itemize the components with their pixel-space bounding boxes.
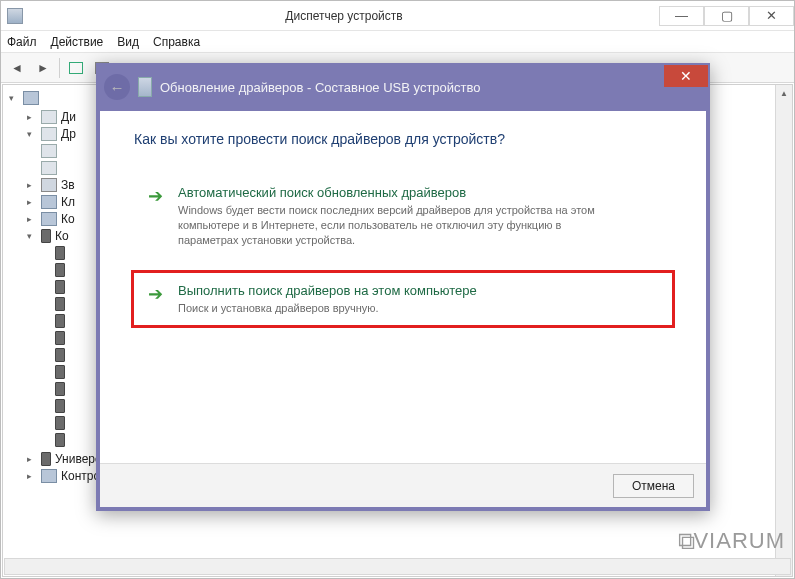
expander-icon[interactable]: ▾ <box>9 93 19 103</box>
usb-icon <box>55 382 65 396</box>
device-icon <box>41 195 57 209</box>
option-title: Выполнить поиск драйверов на этом компью… <box>178 283 477 298</box>
menu-help[interactable]: Справка <box>153 35 200 49</box>
arrow-right-icon: ➔ <box>146 285 164 303</box>
usb-icon <box>55 314 65 328</box>
device-icon <box>41 110 57 124</box>
usb-icon <box>55 399 65 413</box>
expander-icon[interactable]: ▾ <box>27 129 37 139</box>
usb-icon <box>55 246 65 260</box>
expander-icon[interactable]: ▾ <box>27 231 37 241</box>
minimize-button[interactable]: — <box>659 6 704 26</box>
tree-label: Кл <box>61 195 75 209</box>
toolbar-separator <box>59 58 60 78</box>
watermark: ⧉ VIARUM <box>678 527 785 555</box>
wizard-titlebar: ← Обновление драйверов - Составное USB у… <box>96 63 710 111</box>
device-icon <box>41 469 57 483</box>
toolbar-btn-1[interactable] <box>64 56 88 80</box>
menu-bar: Файл Действие Вид Справка <box>1 31 794 53</box>
usb-icon <box>55 416 65 430</box>
tree-label: Ди <box>61 110 76 124</box>
tree-label: Зв <box>61 178 75 192</box>
expander-icon[interactable]: ▸ <box>27 471 37 481</box>
window-title: Диспетчер устройств <box>29 9 659 23</box>
wizard-heading: Как вы хотите провести поиск драйверов д… <box>134 131 672 147</box>
back-icon[interactable]: ◄ <box>5 56 29 80</box>
cancel-button[interactable]: Отмена <box>613 474 694 498</box>
option-title: Автоматический поиск обновленных драйвер… <box>178 185 618 200</box>
usb-icon <box>55 280 65 294</box>
vertical-scrollbar[interactable]: ▲ <box>775 85 792 576</box>
device-icon <box>41 161 57 175</box>
forward-icon[interactable]: ► <box>31 56 55 80</box>
usb-icon <box>55 348 65 362</box>
option-description: Поиск и установка драйверов вручную. <box>178 301 477 316</box>
wizard-back-button[interactable]: ← <box>104 74 130 100</box>
app-icon <box>7 8 23 24</box>
wizard-title: Обновление драйверов - Составное USB уст… <box>160 80 664 95</box>
option-description: Windows будет вести поиск последних верс… <box>178 203 618 248</box>
update-driver-wizard: ← Обновление драйверов - Составное USB у… <box>96 63 710 511</box>
device-icon <box>41 229 51 243</box>
menu-view[interactable]: Вид <box>117 35 139 49</box>
usb-icon <box>55 365 65 379</box>
device-icon <box>41 178 57 192</box>
scroll-up-icon[interactable]: ▲ <box>776 85 792 102</box>
tree-label: Др <box>61 127 76 141</box>
horizontal-scrollbar[interactable] <box>4 558 791 575</box>
expander-icon[interactable]: ▸ <box>27 112 37 122</box>
watermark-text: VIARUM <box>693 528 785 554</box>
driver-icon <box>138 77 152 97</box>
tree-label: Ко <box>55 229 69 243</box>
usb-icon <box>55 263 65 277</box>
menu-file[interactable]: Файл <box>7 35 37 49</box>
computer-icon <box>23 91 39 105</box>
device-icon <box>41 212 57 226</box>
wizard-body: Как вы хотите провести поиск драйверов д… <box>100 111 706 463</box>
option-auto-search[interactable]: ➔ Автоматический поиск обновленных драйв… <box>134 175 672 258</box>
wizard-close-button[interactable]: ✕ <box>664 65 708 87</box>
option-browse-computer[interactable]: ➔ Выполнить поиск драйверов на этом комп… <box>131 270 675 329</box>
menu-action[interactable]: Действие <box>51 35 104 49</box>
expander-icon[interactable]: ▸ <box>27 180 37 190</box>
usb-icon <box>41 452 51 466</box>
device-icon <box>41 127 57 141</box>
usb-icon <box>55 433 65 447</box>
tree-label: Ко <box>61 212 75 226</box>
window-controls: — ▢ ✕ <box>659 6 794 26</box>
close-button[interactable]: ✕ <box>749 6 794 26</box>
arrow-right-icon: ➔ <box>146 187 164 205</box>
expander-icon[interactable]: ▸ <box>27 454 37 464</box>
title-bar: Диспетчер устройств — ▢ ✕ <box>1 1 794 31</box>
maximize-button[interactable]: ▢ <box>704 6 749 26</box>
device-icon <box>41 144 57 158</box>
logo-icon: ⧉ <box>678 527 689 555</box>
expander-icon[interactable]: ▸ <box>27 214 37 224</box>
expander-icon[interactable]: ▸ <box>27 197 37 207</box>
wizard-footer: Отмена <box>100 463 706 507</box>
usb-icon <box>55 331 65 345</box>
usb-icon <box>55 297 65 311</box>
